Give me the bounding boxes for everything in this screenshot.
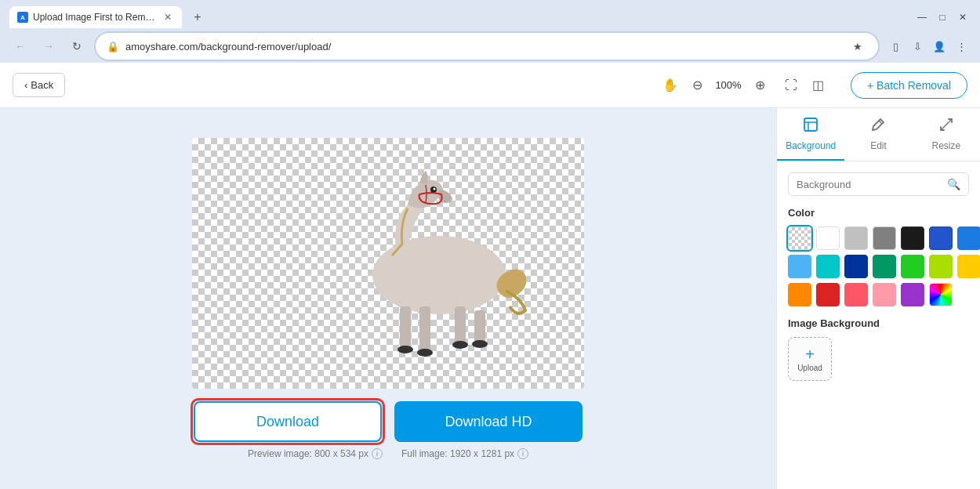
zoom-out-btn[interactable]: ⊖ — [686, 74, 708, 96]
download-row: Download Download HD — [194, 401, 583, 442]
back-button[interactable]: ‹ Back — [13, 73, 65, 97]
svg-point-8 — [472, 340, 488, 348]
back-nav-btn[interactable]: ← — [9, 35, 31, 57]
color-teal[interactable] — [873, 255, 896, 278]
color-blue-dark[interactable] — [929, 226, 953, 250]
panel-tabs: Background Edit — [777, 108, 980, 161]
svg-point-10 — [434, 188, 436, 190]
zoom-controls: ✋ ⊖ 100% ⊕ — [659, 74, 771, 96]
download-btn-wrapper: Download — [194, 401, 382, 442]
download-hd-label: Download HD — [445, 414, 532, 430]
extensions-btn[interactable]: ▯ — [886, 37, 905, 56]
batch-removal-label: + Batch Removal — [867, 79, 951, 92]
reload-btn[interactable]: ↻ — [66, 35, 88, 57]
color-yellow[interactable] — [957, 255, 980, 278]
color-blue-light[interactable] — [788, 255, 811, 278]
color-transparent[interactable] — [788, 226, 811, 250]
back-chevron-icon: ‹ — [24, 79, 27, 91]
color-red[interactable] — [816, 283, 840, 306]
search-input[interactable] — [797, 179, 942, 190]
download-hd-button[interactable]: Download HD — [394, 401, 583, 442]
svg-rect-1 — [400, 306, 411, 350]
view-buttons: ⛶ ◫ — [780, 74, 829, 96]
url-bar[interactable]: 🔒 amoyshare.com/background-remover/uploa… — [94, 31, 880, 61]
address-bar: ← → ↻ 🔒 amoyshare.com/background-remover… — [0, 28, 980, 66]
download-label: Download — [256, 414, 319, 430]
main-area: Download Download HD Preview image: 800 … — [0, 108, 980, 489]
back-label: Back — [31, 79, 53, 91]
color-rainbow[interactable] — [929, 283, 953, 306]
tab-background[interactable]: Background — [777, 108, 844, 161]
zoom-level: 100% — [713, 79, 744, 91]
lock-icon: 🔒 — [107, 41, 119, 53]
minimize-btn[interactable]: — — [914, 9, 930, 25]
forward-nav-btn[interactable]: → — [38, 35, 60, 57]
close-btn[interactable]: ✕ — [955, 9, 971, 25]
color-pink[interactable] — [844, 283, 868, 306]
batch-removal-btn[interactable]: + Batch Removal — [851, 72, 967, 99]
tab-title: Upload Image First to Remove — [33, 12, 157, 23]
full-size-label: Full image: 1920 x 1281 px — [401, 448, 514, 459]
preview-info: Preview image: 800 x 534 px i Full image… — [248, 448, 528, 459]
svg-point-6 — [417, 349, 433, 357]
color-gray[interactable] — [873, 226, 896, 250]
info-icon-full: i — [517, 448, 528, 459]
fullscreen-btn[interactable]: ⛶ — [780, 74, 802, 96]
color-grid — [788, 226, 969, 306]
search-box[interactable]: 🔍 — [788, 172, 969, 196]
preview-size-label: Preview image: 800 x 534 px — [248, 448, 368, 459]
maximize-btn[interactable]: □ — [935, 9, 950, 25]
split-view-btn[interactable]: ◫ — [807, 74, 829, 96]
svg-point-7 — [452, 341, 468, 349]
bookmark-btn[interactable]: ★ — [848, 37, 867, 56]
tab-background-label: Background — [786, 140, 836, 151]
image-bg-section: Image Background + Upload — [788, 317, 969, 381]
download-section: Download Download HD Preview image: 800 … — [16, 401, 760, 459]
color-white[interactable] — [816, 226, 840, 250]
edit-tab-icon — [869, 116, 887, 137]
color-light-pink[interactable] — [873, 283, 896, 306]
menu-btn[interactable]: ⋮ — [952, 37, 971, 56]
new-tab-btn[interactable]: + — [188, 8, 207, 27]
info-icon-preview: i — [372, 448, 383, 459]
preview-size-info: Preview image: 800 x 534 px i — [248, 448, 383, 459]
color-navy[interactable] — [844, 255, 868, 278]
svg-rect-11 — [804, 118, 817, 131]
color-section-label: Color — [788, 207, 969, 219]
url-text: amoyshare.com/background-remover/upload/ — [125, 41, 842, 53]
download-browser-btn[interactable]: ⇩ — [908, 37, 927, 56]
upload-bg-btn[interactable]: + Upload — [788, 337, 832, 381]
tab-favicon: A — [17, 12, 28, 23]
svg-rect-3 — [455, 306, 466, 346]
zoom-in-btn[interactable]: ⊕ — [749, 74, 771, 96]
resize-tab-icon — [938, 116, 955, 137]
download-button[interactable]: Download — [194, 401, 382, 442]
svg-point-0 — [372, 236, 506, 314]
hand-tool-btn[interactable]: ✋ — [659, 74, 681, 96]
tab-close-btn[interactable]: ✕ — [162, 11, 174, 24]
horse-image — [318, 161, 553, 365]
browser-right-icons: ▯ ⇩ 👤 ⋮ — [886, 37, 971, 56]
profile-btn[interactable]: 👤 — [930, 37, 949, 56]
tab-edit-label: Edit — [870, 140, 887, 151]
color-purple[interactable] — [901, 283, 924, 306]
tab-resize[interactable]: Resize — [913, 108, 980, 161]
color-cyan[interactable] — [816, 255, 840, 278]
color-light-gray[interactable] — [844, 226, 868, 250]
search-icon[interactable]: 🔍 — [947, 178, 960, 190]
active-tab[interactable]: A Upload Image First to Remove ✕ — [9, 6, 182, 28]
tab-edit[interactable]: Edit — [844, 108, 912, 161]
panel-content: 🔍 Color — [777, 161, 980, 489]
color-green[interactable] — [901, 255, 924, 278]
color-black[interactable] — [901, 226, 924, 250]
color-orange[interactable] — [788, 283, 811, 306]
color-yellow-green[interactable] — [929, 255, 953, 278]
full-size-info: Full image: 1920 x 1281 px i — [401, 448, 528, 459]
image-bg-label: Image Background — [788, 317, 969, 329]
toolbar: ‹ Back ✋ ⊖ 100% ⊕ ⛶ ◫ + Batch Removal — [0, 63, 980, 108]
right-panel: Background Edit — [776, 108, 980, 489]
app-container: ‹ Back ✋ ⊖ 100% ⊕ ⛶ ◫ + Batch Removal — [0, 63, 980, 489]
upload-plus-icon: + — [805, 346, 815, 362]
image-container — [192, 138, 584, 389]
color-blue[interactable] — [957, 226, 980, 250]
